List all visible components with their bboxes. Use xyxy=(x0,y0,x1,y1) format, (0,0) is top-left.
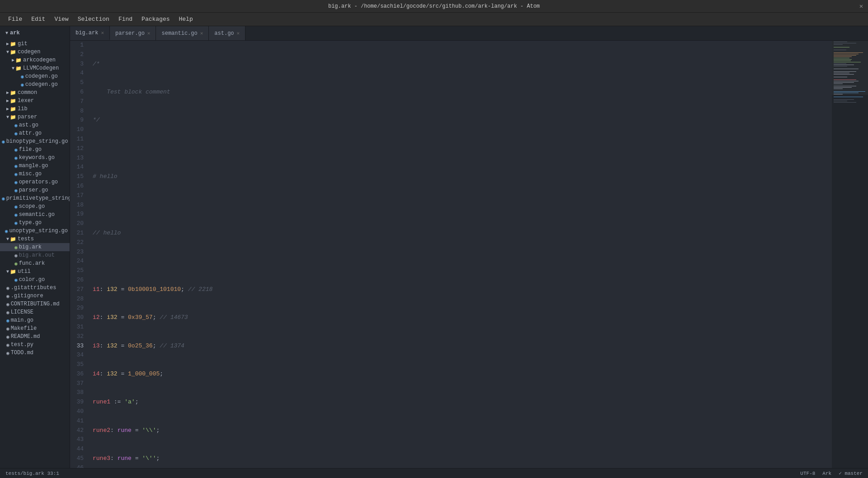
sidebar-item-gitignore[interactable]: ◉ .gitignore xyxy=(0,292,70,300)
close-tab-icon[interactable]: ✕ xyxy=(237,30,240,36)
sidebar-item-todo[interactable]: ◉ TODO.md xyxy=(0,349,70,357)
code-content[interactable]: /* Test block comment */ # hello // hell… xyxy=(89,41,832,468)
file-icon: ◉ xyxy=(6,309,9,315)
line-number: 38 xyxy=(74,388,84,398)
sidebar-item-license[interactable]: ◉ LICENSE xyxy=(0,308,70,316)
sidebar-item-keywords-go[interactable]: ◉ keywords.go xyxy=(0,154,70,162)
close-tab-icon[interactable]: ✕ xyxy=(147,30,151,36)
file-icon: ◉ xyxy=(6,301,9,307)
arrow-icon: ▼ xyxy=(6,115,9,120)
sidebar-item-primitivetype[interactable]: ◉ primitivetype_string.go xyxy=(0,194,70,202)
window-title: big.ark - /home/sachiel/gocode/src/githu… xyxy=(328,3,540,9)
menu-view[interactable]: View xyxy=(50,14,73,24)
sidebar-item-codegen-go-2[interactable]: ◉ codegen.go xyxy=(0,80,70,89)
sidebar-item-scope-go[interactable]: ◉ scope.go xyxy=(0,202,70,211)
tab-ast-go[interactable]: ast.go ✕ xyxy=(209,26,245,40)
sidebar-item-test-py[interactable]: ◉ test.py xyxy=(0,341,70,349)
close-tab-icon[interactable]: ✕ xyxy=(200,30,203,36)
line-number: 33 xyxy=(74,342,84,351)
folder-icon: 📁 xyxy=(10,114,16,120)
sidebar-item-git[interactable]: ▶ 📁 git xyxy=(0,40,70,48)
sidebar-item-func-ark[interactable]: ◉ func.ark xyxy=(0,259,70,267)
file-icon: ◉ xyxy=(14,253,18,258)
sidebar-item-big-ark[interactable]: ◉ big.ark xyxy=(0,243,70,251)
line-number: 5 xyxy=(74,78,84,88)
menu-find[interactable]: Find xyxy=(114,14,137,24)
file-icon: ◉ xyxy=(14,122,18,128)
sidebar-item-arkcodegen[interactable]: ▶ 📁 arkcodegen xyxy=(0,56,70,64)
line-number: 25 xyxy=(74,266,84,276)
menu-help[interactable]: Help xyxy=(175,14,198,24)
sidebar-item-label: operators.go xyxy=(19,179,58,185)
status-encoding[interactable]: UTF-8 xyxy=(800,471,815,476)
tab-parser-go[interactable]: parser.go ✕ xyxy=(110,26,156,40)
sidebar-item-file-go[interactable]: ◉ file.go xyxy=(0,145,70,154)
file-icon: ◉ xyxy=(2,196,5,202)
sidebar-item-semantic-go[interactable]: ◉ semantic.go xyxy=(0,211,70,219)
sidebar-item-label: git xyxy=(18,41,28,47)
code-line: i1: i32 = 0b100010_101010; // 2218 xyxy=(93,285,828,295)
sidebar-item-llvmcodegen[interactable]: ▼ 📁 LLVMCodegen xyxy=(0,64,70,72)
sidebar-item-parser[interactable]: ▼ 📁 parser xyxy=(0,113,70,121)
tab-big-ark[interactable]: big.ark ✕ xyxy=(70,26,110,40)
menu-packages[interactable]: Packages xyxy=(137,14,174,24)
sidebar-item-util[interactable]: ▼ 📁 util xyxy=(0,267,70,276)
sidebar-item-codegen-go-1[interactable]: ◉ codegen.go xyxy=(0,72,70,80)
sidebar-item-binoptype[interactable]: ◉ binoptype_string.go xyxy=(0,137,70,145)
sidebar-item-operators-go[interactable]: ◉ operators.go xyxy=(0,178,70,186)
sidebar-item-lib[interactable]: ▶ 📁 lib xyxy=(0,105,70,113)
sidebar-item-parser-go[interactable]: ◉ parser.go xyxy=(0,186,70,194)
sidebar-item-label: main.go xyxy=(11,317,33,323)
code-line xyxy=(93,257,828,266)
sidebar-item-codegen[interactable]: ▼ 📁 codegen xyxy=(0,48,70,56)
sidebar-item-label: keywords.go xyxy=(19,155,55,161)
menu-selection[interactable]: Selection xyxy=(73,14,114,24)
sidebar-item-attr-go[interactable]: ◉ attr.go xyxy=(0,129,70,137)
file-icon: ◉ xyxy=(14,155,18,161)
close-tab-icon[interactable]: ✕ xyxy=(101,30,104,36)
sidebar-item-label: attr.go xyxy=(19,130,42,136)
sidebar-item-type-go[interactable]: ◉ type.go xyxy=(0,219,70,227)
sidebar-item-misc-go[interactable]: ◉ misc.go xyxy=(0,170,70,178)
sidebar-item-color-go[interactable]: ◉ color.go xyxy=(0,276,70,284)
sidebar-item-unoptype[interactable]: ◉ unoptype_string.go xyxy=(0,227,70,235)
sidebar-item-readme[interactable]: ◉ README.md xyxy=(0,333,70,341)
tab-semantic-go[interactable]: semantic.go ✕ xyxy=(156,26,209,40)
close-window-button[interactable]: ✕ xyxy=(858,3,864,9)
line-number: 40 xyxy=(74,407,84,417)
code-editor[interactable]: 1 2 3 4 5 6 7 8 9 10 11 12 13 14 15 16 1… xyxy=(70,41,868,468)
sidebar-item-big-ark-out[interactable]: ◉ big.ark.out xyxy=(0,251,70,259)
sidebar-item-gitattributes[interactable]: ◉ .gitattributes xyxy=(0,284,70,292)
line-number: 24 xyxy=(74,257,84,266)
sidebar-item-label: color.go xyxy=(19,276,45,283)
status-left: tests/big.ark 33:1 xyxy=(5,471,59,476)
line-number: 18 xyxy=(74,201,84,210)
editor-area: big.ark ✕ parser.go ✕ semantic.go ✕ ast.… xyxy=(70,26,868,468)
sidebar-item-common[interactable]: ▶ 📁 common xyxy=(0,89,70,97)
menu-file[interactable]: File xyxy=(4,14,27,24)
project-header[interactable]: ▼ ark xyxy=(0,26,70,40)
sidebar-item-label: binoptype_string.go xyxy=(6,138,68,145)
status-branch[interactable]: ✓ master xyxy=(839,470,863,476)
sidebar-item-contributing[interactable]: ◉ CONTRIBUTING.md xyxy=(0,300,70,308)
sidebar-item-main-go[interactable]: ◉ main.go xyxy=(0,316,70,324)
status-language[interactable]: Ark xyxy=(822,471,831,476)
sidebar-item-label: unoptype_string.go xyxy=(9,228,68,234)
minimap-svg xyxy=(832,41,868,393)
line-number: 42 xyxy=(74,426,84,436)
file-icon: ◉ xyxy=(14,187,18,193)
sidebar-item-mangle-go[interactable]: ◉ mangle.go xyxy=(0,162,70,170)
sidebar-item-lexer[interactable]: ▶ 📁 lexer xyxy=(0,97,70,105)
sidebar-item-label: CONTRIBUTING.md xyxy=(11,301,60,307)
code-line xyxy=(93,201,828,210)
sidebar-item-makefile[interactable]: ◉ Makefile xyxy=(0,324,70,333)
code-line: i4: i32 = 1_000_005; xyxy=(93,370,828,379)
sidebar-item-ast-go[interactable]: ◉ ast.go xyxy=(0,121,70,129)
folder-icon: 📁 xyxy=(10,49,16,55)
arrow-icon: ▶ xyxy=(6,41,9,47)
code-line: rune1 := 'a'; xyxy=(93,398,828,407)
line-number: 41 xyxy=(74,417,84,426)
sidebar-item-tests[interactable]: ▼ 📁 tests xyxy=(0,235,70,243)
line-number: 46 xyxy=(74,464,84,468)
menu-edit[interactable]: Edit xyxy=(27,14,50,24)
